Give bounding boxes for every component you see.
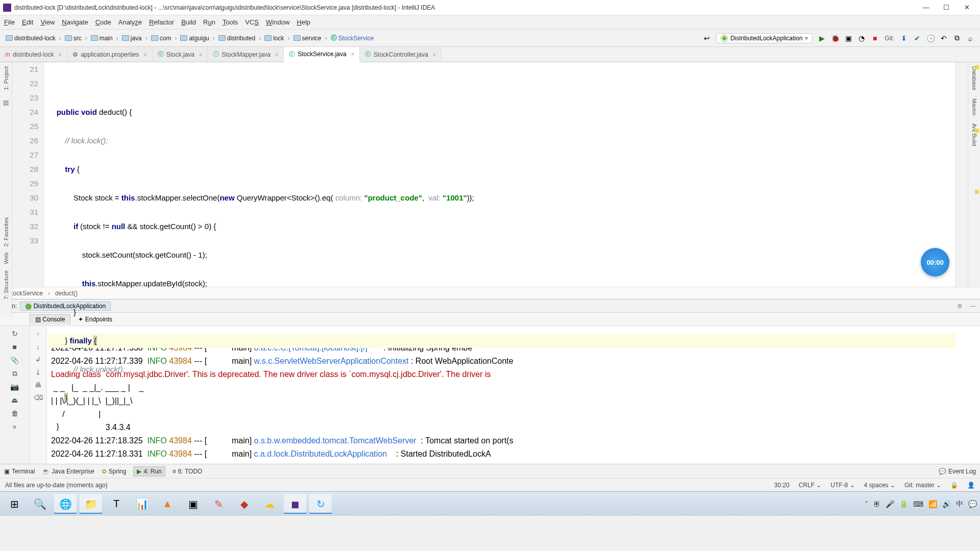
stop-button[interactable]: ■ [9,341,20,353]
tray-shield-icon[interactable]: ⛨ [873,500,880,508]
close-button[interactable]: ✕ [957,4,977,11]
tray-mic-icon[interactable]: 🎤 [886,500,894,508]
git-branch[interactable]: Git: master ⌄ [904,482,941,489]
editor-icon[interactable]: ✎ [207,494,230,514]
app-icon[interactable]: ▲ [156,494,179,514]
sidetab-favorites[interactable]: 2: Favorites [3,217,9,246]
breadcrumb-src[interactable]: src [62,34,84,43]
search-everywhere-icon[interactable]: ⌕ [965,33,976,44]
print-icon[interactable]: 🖶 [33,379,44,390]
delete-button[interactable]: 🗑 [9,408,20,419]
toolwin-run[interactable]: ▶ 4: Run [133,466,165,477]
menu-view[interactable]: View [40,18,55,26]
menu-file[interactable]: File [4,18,15,26]
close-icon[interactable]: × [59,52,62,58]
tab-application-properties[interactable]: ⚙application.properties× [67,47,153,62]
inspector-icon[interactable]: 👤 [967,482,975,489]
menu-window[interactable]: Window [266,18,289,26]
breadcrumb-root[interactable]: distributed-lock [3,34,58,43]
toolwin-java-enterprise[interactable]: ☕ Java Enterprise [42,468,94,475]
dump-button[interactable]: 📷 [9,381,20,392]
exit-button[interactable]: ⏏ [9,394,20,406]
run-config-selector[interactable]: DistributedLockApplication ▾ [716,33,813,43]
toolwin-spring[interactable]: ✿ Spring [102,468,127,475]
sidetab-web[interactable]: Web [3,253,9,264]
nav-back-icon[interactable]: ↩ [701,33,713,44]
vcs-update-icon[interactable]: ⬇ [898,33,910,44]
breadcrumb-com[interactable]: com [149,34,174,43]
close-icon[interactable]: × [351,51,354,57]
coverage-button[interactable]: ▣ [843,33,854,44]
text-app-icon[interactable]: T [105,494,128,514]
tab-stock[interactable]: ⓒStock.java× [153,47,208,62]
running-app-icon[interactable]: ↻ [309,494,332,514]
vcs-history-icon[interactable]: 🕓 [925,33,936,44]
close-icon[interactable]: × [433,52,436,58]
menu-analyze[interactable]: Analyze [118,18,142,26]
attach-button[interactable]: 📎 [9,355,20,366]
menu-build[interactable]: Build [181,18,196,26]
timer-badge[interactable]: 00:00 [921,248,949,277]
cloud-icon[interactable]: ☁ [258,494,281,514]
rerun-button[interactable]: ↻ [9,328,20,339]
menu-navigate[interactable]: Navigate [62,18,88,26]
scroll-end-icon[interactable]: ⤓ [33,366,44,378]
vcs-commit-icon[interactable]: ✔ [912,33,923,44]
menu-run[interactable]: Run [203,18,215,26]
system-tray[interactable]: ˄ ⛨ 🎤 🔋 ⌨ 📶 🔊 中 💬 [865,499,977,509]
cmd-icon[interactable]: ▣ [182,494,204,514]
tray-notifications-icon[interactable]: 💬 [968,500,977,508]
intellij-icon[interactable]: ◼ [284,494,306,514]
tray-wifi-icon[interactable]: 📶 [928,500,937,508]
more-button[interactable]: » [9,421,20,432]
menu-code[interactable]: Code [95,18,111,26]
menu-tools[interactable]: Tools [223,18,238,26]
explorer-icon[interactable]: 📁 [80,494,102,514]
file-encoding[interactable]: UTF-8 ⌄ [830,482,854,489]
menu-edit[interactable]: Edit [22,18,33,26]
menu-help[interactable]: Help [297,18,310,26]
settings-icon[interactable]: ⚙ [957,303,963,310]
tab-stockcontroller[interactable]: ⓒStockController.java× [360,47,442,62]
breadcrumb-service[interactable]: service [291,34,324,43]
breadcrumb-atguigu[interactable]: atguigu [178,34,211,43]
layout-button[interactable]: ⧉ [9,368,20,379]
tray-battery-icon[interactable]: 🔋 [899,500,908,508]
maximize-button[interactable]: ☐ [936,4,957,11]
breadcrumb-lock[interactable]: lock [262,34,286,43]
sidetab-project[interactable]: 1: Project [3,66,9,90]
crumb-class[interactable]: StockService [7,290,43,297]
stop-button[interactable]: ■ [869,33,880,44]
code-editor[interactable]: public void deduct() { // lock.lock(); t… [44,62,955,287]
editor-marker-strip[interactable] [955,62,968,287]
caret-position[interactable]: 30:20 [774,482,790,489]
sidetab-ant[interactable]: Ant Build [971,123,977,146]
tray-chevron-icon[interactable]: ˄ [865,500,868,508]
menu-vcs[interactable]: VCS [245,18,259,26]
toolwin-event-log[interactable]: 💬 Event Log [939,468,976,475]
down-icon[interactable]: ↓ [33,341,44,352]
ide-settings-icon[interactable]: ⧉ [951,33,963,44]
clear-icon[interactable]: ⌫ [33,392,44,403]
close-icon[interactable]: × [143,52,146,58]
line-gutter[interactable]: 21222324252627282930313233 [12,62,44,287]
office-icon[interactable]: 📊 [131,494,153,514]
tray-volume-icon[interactable]: 🔊 [942,500,951,508]
line-separator[interactable]: CRLF ⌄ [799,482,822,489]
tray-keyboard-icon[interactable]: ⌨ [913,500,923,508]
chrome-icon[interactable]: 🌐 [54,494,77,514]
close-icon[interactable]: × [199,52,202,58]
sidetab-structure[interactable]: 7: Structure [3,270,9,299]
db-tool-icon[interactable]: ◆ [233,494,255,514]
search-button[interactable]: 🔍 [29,494,51,514]
breadcrumb-main[interactable]: main [88,34,115,43]
profile-button[interactable]: ◔ [856,33,867,44]
close-icon[interactable]: × [275,52,278,58]
toolwin-terminal[interactable]: ▣ Terminal [4,468,35,475]
menu-refactor[interactable]: Refactor [149,18,174,26]
start-button[interactable]: ⊞ [3,494,26,514]
breadcrumb-class[interactable]: ⓒStockService [328,33,377,43]
run-button[interactable]: ▶ [816,33,827,44]
minimize-button[interactable]: — [916,4,936,11]
up-icon[interactable]: ↑ [33,328,44,339]
